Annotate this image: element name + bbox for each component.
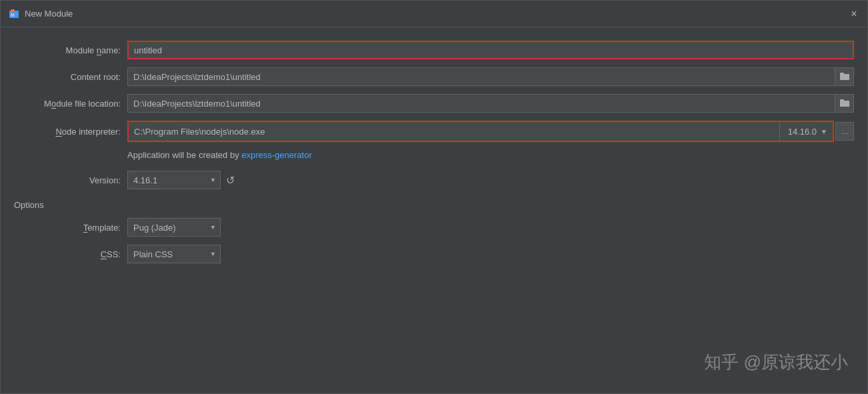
module-file-location-browse-button[interactable] [835, 94, 854, 113]
options-section: Options Template: Pug (Jade) EJS Handleb… [14, 200, 854, 263]
node-interpreter-input[interactable]: C:\Program Files\nodejs\node.exe [129, 122, 779, 141]
version-select-group: 4.16.1 4.16.0 4.15.5 4.14.0 ↺ [127, 171, 235, 189]
express-generator-link[interactable]: express-generator [241, 150, 312, 160]
module-icon: M [9, 9, 19, 19]
svg-rect-1 [11, 9, 15, 12]
template-select-container: Pug (Jade) EJS Handlebars Hogan Twig Vas… [127, 218, 221, 237]
css-label: CSS: [14, 249, 127, 259]
options-label: Options [14, 200, 854, 210]
app-created-info: Application will be created by express-g… [14, 150, 854, 160]
version-label: Version: [14, 175, 127, 185]
svg-rect-4 [840, 73, 844, 75]
watermark: 知乎 @原谅我还小 [704, 351, 848, 374]
svg-rect-6 [840, 99, 844, 102]
refresh-icon[interactable]: ↺ [226, 174, 235, 187]
close-button[interactable]: × [849, 9, 859, 19]
content-root-input-group: D:\IdeaProjects\lztdemo1\untitled [127, 67, 854, 86]
dialog-title: New Module [25, 9, 849, 19]
new-module-dialog: M New Module × Module name: untitled Con… [0, 0, 868, 394]
node-more-button[interactable]: ... [835, 122, 854, 141]
module-name-input[interactable]: untitled [127, 41, 854, 59]
template-row: Template: Pug (Jade) EJS Handlebars Hoga… [14, 218, 854, 237]
module-name-row: Module name: untitled [14, 41, 854, 59]
module-file-location-label: Module file location: [14, 99, 127, 109]
template-select[interactable]: Pug (Jade) EJS Handlebars Hogan Twig Vas… [127, 218, 221, 237]
version-select[interactable]: 4.16.1 4.16.0 4.15.5 4.14.0 [127, 171, 221, 189]
content-root-browse-button[interactable] [835, 67, 854, 86]
node-version-display: 14.16.0 ▼ [779, 122, 833, 141]
ellipsis-label: ... [841, 127, 848, 136]
node-version-dropdown-arrow[interactable]: ▼ [821, 128, 827, 135]
node-interpreter-label: Node interpreter: [14, 127, 127, 137]
css-row: CSS: Plain CSS LESS Stylus Compass Sass [14, 245, 854, 263]
svg-text:M: M [11, 13, 15, 17]
node-input-highlighted-group: C:\Program Files\nodejs\node.exe 14.16.0… [127, 121, 834, 142]
content-root-row: Content root: D:\IdeaProjects\lztdemo1\u… [14, 67, 854, 86]
version-select-container: 4.16.1 4.16.0 4.15.5 4.14.0 [127, 171, 221, 189]
module-name-label: Module name: [14, 45, 127, 55]
css-select[interactable]: Plain CSS LESS Stylus Compass Sass [127, 245, 221, 263]
template-label: Template: [14, 223, 127, 233]
node-interpreter-section: C:\Program Files\nodejs\node.exe 14.16.0… [127, 121, 854, 142]
module-file-location-input-group: D:\IdeaProjects\lztdemo1\untitled [127, 94, 854, 113]
title-bar: M New Module × [1, 1, 867, 27]
content-root-label: Content root: [14, 72, 127, 82]
node-version-text: 14.16.0 [788, 127, 817, 137]
version-row: Version: 4.16.1 4.16.0 4.15.5 4.14.0 ↺ [14, 171, 854, 189]
dialog-content: Module name: untitled Content root: D:\I… [1, 27, 867, 393]
content-root-input[interactable]: D:\IdeaProjects\lztdemo1\untitled [127, 67, 835, 86]
module-file-location-row: Module file location: D:\IdeaProjects\lz… [14, 94, 854, 113]
folder-icon [840, 72, 849, 82]
node-interpreter-row: Node interpreter: C:\Program Files\nodej… [14, 121, 854, 142]
app-created-text: Application will be created by [127, 150, 241, 160]
folder-icon-2 [840, 99, 849, 109]
module-file-location-input[interactable]: D:\IdeaProjects\lztdemo1\untitled [127, 94, 835, 113]
css-select-container: Plain CSS LESS Stylus Compass Sass [127, 245, 221, 263]
